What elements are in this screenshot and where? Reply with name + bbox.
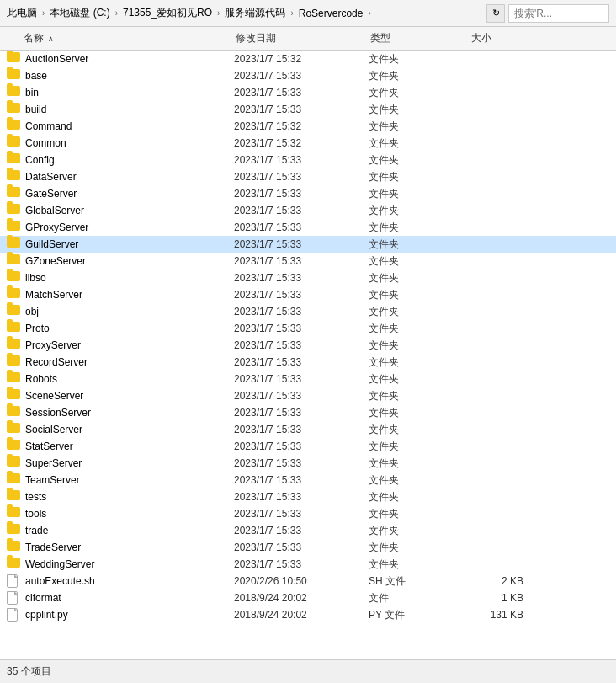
file-type: 文件夹: [369, 120, 470, 134]
breadcrumb-item-1[interactable]: 本地磁盘 (C:): [50, 6, 109, 20]
table-row[interactable]: ciformat2018/9/24 20:02文件1 KB: [0, 590, 616, 606]
folder-icon: [7, 254, 20, 264]
table-row[interactable]: bin2023/1/7 15:33文件夹: [0, 84, 616, 101]
file-name: AuctionServer: [25, 53, 234, 65]
column-headers: 名称 ∧ 修改日期 类型 大小: [0, 27, 616, 51]
file-name: DataServer: [25, 171, 234, 183]
file-name: Robots: [25, 373, 234, 385]
folder-icon: [7, 237, 20, 248]
table-row[interactable]: autoExecute.sh2020/2/26 10:50SH 文件2 KB: [0, 573, 616, 590]
file-name: GuildServer: [25, 238, 234, 250]
col-header-date[interactable]: 修改日期: [236, 31, 370, 45]
folder-icon: [7, 305, 20, 315]
folder-icon: [7, 271, 20, 281]
table-row[interactable]: RecordServer2023/1/7 15:33文件夹: [0, 354, 616, 371]
search-input[interactable]: [508, 4, 609, 23]
file-date: 2023/1/7 15:33: [234, 272, 369, 284]
table-row[interactable]: base2023/1/7 15:33文件夹: [0, 67, 616, 84]
folder-icon: [7, 440, 20, 450]
file-name: cpplint.py: [25, 609, 234, 621]
breadcrumb-label-2: 71355_爱如初见RO: [123, 6, 212, 20]
file-type: 文件夹: [369, 86, 470, 100]
table-row[interactable]: Config2023/1/7 15:33文件夹: [0, 152, 616, 168]
table-row[interactable]: cpplint.py2018/9/24 20:02PY 文件131 KB: [0, 606, 616, 623]
refresh-button[interactable]: ↻: [486, 4, 505, 23]
file-date: 2023/1/7 15:33: [234, 542, 369, 553]
file-name: GProxyServer: [25, 221, 234, 233]
folder-icon: [7, 120, 20, 130]
table-row[interactable]: StatServer2023/1/7 15:33文件夹: [0, 438, 616, 455]
table-row[interactable]: DataServer2023/1/7 15:33文件夹: [0, 168, 616, 185]
file-date: 2023/1/7 15:33: [234, 154, 369, 166]
table-row[interactable]: ProxyServer2023/1/7 15:33文件夹: [0, 337, 616, 354]
file-date: 2023/1/7 15:33: [234, 323, 369, 334]
table-row[interactable]: SceneServer2023/1/7 15:33文件夹: [0, 387, 616, 404]
table-row[interactable]: TradeServer2023/1/7 15:33文件夹: [0, 539, 616, 556]
file-type: 文件夹: [369, 507, 470, 521]
file-date: 2023/1/7 15:33: [234, 390, 369, 402]
table-row[interactable]: GZoneServer2023/1/7 15:33文件夹: [0, 253, 616, 269]
table-row[interactable]: trade2023/1/7 15:33文件夹: [0, 522, 616, 539]
file-type: 文件夹: [369, 187, 470, 201]
file-name: tools: [25, 508, 234, 520]
breadcrumb-item-2[interactable]: 71355_爱如初见RO: [123, 6, 212, 20]
table-row[interactable]: GuildServer2023/1/7 15:33文件夹: [0, 236, 616, 253]
file-type: 文件夹: [369, 355, 470, 370]
col-header-type[interactable]: 类型: [370, 31, 471, 45]
file-name: MatchServer: [25, 289, 234, 301]
table-row[interactable]: SocialServer2023/1/7 15:33文件夹: [0, 421, 616, 438]
table-row[interactable]: SessionServer2023/1/7 15:33文件夹: [0, 404, 616, 421]
file-date: 2023/1/7 15:33: [234, 70, 369, 82]
folder-icon: [7, 456, 20, 467]
breadcrumb-item-4[interactable]: RoServercode: [299, 8, 364, 19]
breadcrumb-label-3: 服务端源代码: [225, 6, 285, 20]
table-row[interactable]: libso2023/1/7 15:33文件夹: [0, 269, 616, 286]
col-header-name[interactable]: 名称 ∧: [0, 31, 236, 45]
file-type: 文件夹: [369, 406, 470, 420]
file-date: 2023/1/7 15:33: [234, 457, 369, 469]
file-date: 2023/1/7 15:33: [234, 373, 369, 385]
breadcrumb-label-4: RoServercode: [299, 8, 364, 19]
file-name: TradeServer: [25, 542, 234, 553]
breadcrumb-item-0[interactable]: 此电脑: [7, 6, 37, 20]
table-row[interactable]: GateServer2023/1/7 15:33文件夹: [0, 185, 616, 202]
file-type: 文件夹: [369, 204, 470, 218]
folder-icon: [7, 187, 20, 197]
folder-icon: [7, 221, 20, 231]
folder-icon: [7, 170, 20, 180]
file-date: 2023/1/7 15:33: [234, 474, 369, 486]
file-type: 文件夹: [369, 440, 470, 454]
file-name: SocialServer: [25, 424, 234, 435]
folder-icon: [7, 490, 20, 500]
file-name: GlobalServer: [25, 205, 234, 216]
file-name: build: [25, 104, 234, 115]
file-type: 文件夹: [369, 288, 470, 302]
file-icon: [7, 591, 18, 605]
file-type: 文件夹: [369, 372, 470, 387]
table-row[interactable]: tools2023/1/7 15:33文件夹: [0, 505, 616, 522]
table-row[interactable]: Command2023/1/7 15:32文件夹: [0, 118, 616, 135]
table-row[interactable]: Proto2023/1/7 15:33文件夹: [0, 320, 616, 337]
table-row[interactable]: Robots2023/1/7 15:33文件夹: [0, 371, 616, 387]
folder-icon: [7, 86, 20, 96]
table-row[interactable]: Common2023/1/7 15:32文件夹: [0, 135, 616, 152]
file-date: 2023/1/7 15:33: [234, 171, 369, 183]
status-bar: 35 个项目: [0, 659, 616, 683]
table-row[interactable]: GlobalServer2023/1/7 15:33文件夹: [0, 202, 616, 219]
breadcrumb-label-1: 本地磁盘 (C:): [50, 6, 109, 20]
table-row[interactable]: AuctionServer2023/1/7 15:32文件夹: [0, 51, 616, 67]
table-row[interactable]: obj2023/1/7 15:33文件夹: [0, 303, 616, 320]
table-row[interactable]: TeamServer2023/1/7 15:33文件夹: [0, 472, 616, 488]
table-row[interactable]: SuperServer2023/1/7 15:33文件夹: [0, 455, 616, 472]
breadcrumb-item-3[interactable]: 服务端源代码: [225, 6, 285, 20]
table-row[interactable]: tests2023/1/7 15:33文件夹: [0, 488, 616, 505]
table-row[interactable]: MatchServer2023/1/7 15:33文件夹: [0, 286, 616, 303]
table-row[interactable]: GProxyServer2023/1/7 15:33文件夹: [0, 219, 616, 236]
address-bar: 此电脑 › 本地磁盘 (C:) › 71355_爱如初见RO › 服务端源代码 …: [0, 0, 616, 27]
table-row[interactable]: build2023/1/7 15:33文件夹: [0, 101, 616, 118]
col-header-size[interactable]: 大小: [471, 31, 539, 45]
file-type: 文件夹: [369, 490, 470, 504]
table-row[interactable]: WeddingServer2023/1/7 15:33文件夹: [0, 556, 616, 573]
file-type: 文件夹: [369, 558, 470, 572]
folder-icon: [7, 558, 20, 568]
